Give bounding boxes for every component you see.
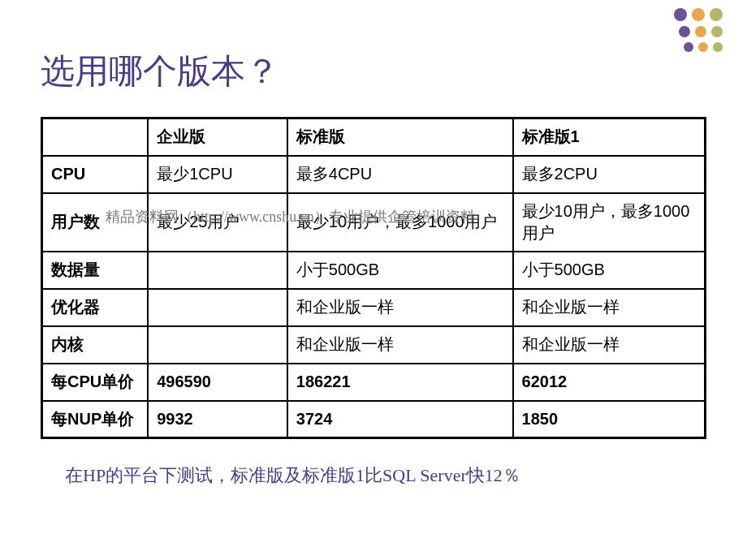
- table-row: 用户数 最少25用户 最少10用户，最多1000用户 最少10用户，最多1000…: [42, 193, 706, 252]
- dot-icon: [674, 8, 687, 21]
- row-label-nupprice: 每NUP单价: [42, 401, 149, 438]
- cell: 186221: [287, 364, 513, 401]
- cell: 和企业版一样: [287, 289, 513, 326]
- dot-icon: [684, 42, 693, 52]
- dot-icon: [711, 26, 723, 37]
- cell: 和企业版一样: [513, 289, 706, 326]
- table-row: CPU 最少1CPU 最多4CPU 最多2CPU: [42, 156, 706, 193]
- cell: 1850: [513, 401, 706, 438]
- footer-note: 在HP的平台下测试，标准版及标准版1比SQL Server快12％: [65, 463, 706, 488]
- cell: 496590: [148, 364, 287, 401]
- cell: [148, 252, 287, 289]
- row-label-users: 用户数: [42, 193, 149, 252]
- dot-icon: [695, 26, 706, 37]
- dot-icon: [710, 8, 723, 21]
- table-row: 内核 和企业版一样 和企业版一样: [42, 326, 706, 364]
- cell: 9932: [148, 401, 287, 438]
- cell: 和企业版一样: [287, 326, 513, 364]
- dot-icon: [679, 26, 690, 37]
- row-label-kernel: 内核: [42, 326, 149, 364]
- cell: 最少25用户: [148, 193, 287, 252]
- table-row: 每NUP单价 9932 3724 1850: [42, 401, 706, 438]
- cell: 和企业版一样: [513, 326, 706, 364]
- comparison-table: 企业版 标准版 标准版1 CPU 最少1CPU 最多4CPU 最多2CPU 用户…: [41, 117, 706, 439]
- cell: 最多4CPU: [287, 156, 513, 193]
- header-standard1: 标准版1: [513, 118, 706, 156]
- header-standard: 标准版: [287, 118, 513, 156]
- slide-title: 选用哪个版本？: [41, 49, 706, 94]
- header-enterprise: 企业版: [148, 118, 287, 156]
- table-header-row: 企业版 标准版 标准版1: [42, 118, 706, 156]
- table-row: 每CPU单价 496590 186221 62012: [42, 364, 706, 401]
- header-blank: [42, 118, 149, 156]
- cell: 小于500GB: [513, 252, 706, 289]
- row-label-data: 数据量: [42, 252, 149, 289]
- slide: 选用哪个版本？ 精品资料网（http://www.cnshu.cn）专业提供企管…: [0, 0, 747, 560]
- table-row: 优化器 和企业版一样 和企业版一样: [42, 289, 706, 326]
- dot-icon: [698, 42, 708, 52]
- table-row: 数据量 小于500GB 小于500GB: [42, 252, 706, 289]
- cell: 3724: [287, 401, 513, 438]
- cell: 最多2CPU: [513, 156, 706, 193]
- cell: 62012: [513, 364, 706, 401]
- cell: [148, 289, 287, 326]
- dot-icon: [713, 42, 723, 52]
- cell: [148, 326, 287, 364]
- dot-icon: [692, 8, 705, 21]
- cell: 最少10用户，最多1000用户: [287, 193, 513, 252]
- cell: 小于500GB: [287, 252, 513, 289]
- row-label-cpu: CPU: [42, 156, 149, 193]
- row-label-cpuprice: 每CPU单价: [42, 364, 149, 401]
- corner-decoration: [674, 8, 723, 52]
- cell: 最少10用户，最多1000用户: [513, 193, 706, 252]
- cell: 最少1CPU: [148, 156, 287, 193]
- row-label-optimizer: 优化器: [42, 289, 149, 326]
